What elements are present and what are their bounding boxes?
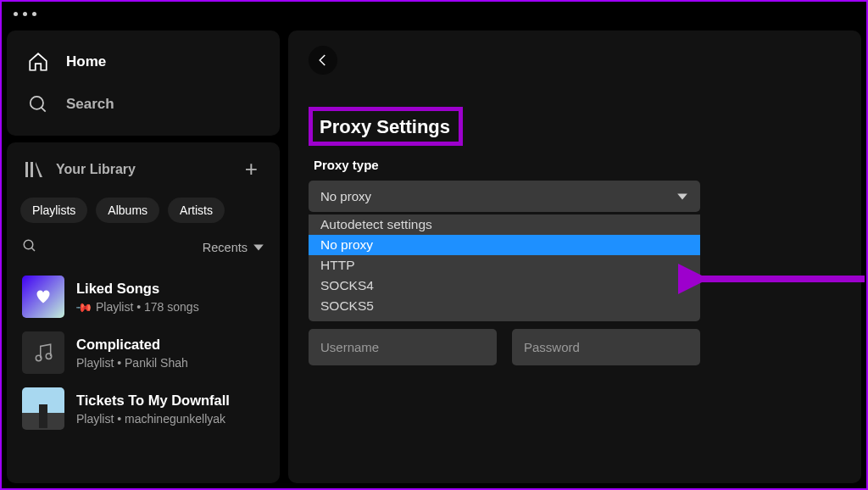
svg-point-0 [31, 97, 43, 109]
search-icon [22, 238, 37, 253]
annotation-arrow [678, 264, 868, 298]
list-item[interactable]: Liked Songs 📌 Playlist • 178 songs [19, 269, 268, 325]
search-icon [27, 93, 49, 115]
proxy-option-socks5[interactable]: SOCKS5 [309, 296, 700, 316]
caret-down-icon [253, 242, 264, 253]
library-sort-label: Recents [203, 241, 248, 254]
list-item-title: Liked Songs [76, 281, 199, 297]
window-titlebar [0, 0, 868, 25]
list-item-subtitle: Playlist • 178 songs [96, 300, 199, 314]
library-header[interactable]: Your Library [24, 159, 136, 180]
liked-songs-art [22, 276, 64, 318]
chip-albums[interactable]: Albums [96, 198, 159, 223]
annotation-highlight: Proxy Settings [309, 107, 463, 146]
library-filter-chips: Playlists Albums Artists [19, 191, 268, 230]
chevron-down-icon [676, 191, 688, 203]
nav-search[interactable]: Search [20, 83, 266, 125]
add-button[interactable]: + [245, 156, 263, 182]
library-list: Liked Songs 📌 Playlist • 178 songs Compl… [19, 269, 268, 437]
window-menu-icon[interactable] [14, 12, 36, 16]
playlist-art [22, 331, 64, 374]
list-item[interactable]: Tickets To My Downfall Playlist • machin… [19, 381, 268, 437]
proxy-option-http[interactable]: HTTP [309, 255, 700, 276]
svg-line-5 [31, 248, 35, 251]
nav-panel: Home Search [7, 31, 280, 136]
list-item-title: Complicated [76, 337, 188, 353]
library-sort-button[interactable]: Recents [203, 241, 264, 254]
svg-point-7 [46, 354, 52, 359]
chevron-left-icon [315, 53, 331, 68]
proxy-option-noproxy[interactable]: No proxy [309, 235, 700, 255]
nav-home-label: Home [66, 53, 106, 70]
home-icon [27, 51, 49, 73]
back-button[interactable] [309, 46, 337, 75]
list-item-title: Tickets To My Downfall [76, 393, 230, 409]
main-content: Proxy Settings Proxy type No proxy Autod… [288, 31, 861, 483]
list-item[interactable]: Complicated Playlist • Pankil Shah [19, 325, 268, 381]
svg-rect-3 [31, 162, 33, 177]
chip-artists[interactable]: Artists [168, 198, 225, 223]
library-title: Your Library [56, 162, 136, 177]
library-icon [24, 159, 44, 180]
svg-rect-2 [25, 162, 28, 177]
svg-point-4 [24, 240, 33, 249]
proxy-type-label: Proxy type [314, 158, 841, 172]
list-item-subtitle: Playlist • Pankil Shah [76, 356, 188, 370]
music-note-icon [32, 342, 54, 364]
svg-line-1 [42, 108, 46, 112]
heart-icon [35, 288, 52, 305]
proxy-type-select[interactable]: No proxy [309, 181, 700, 212]
proxy-option-socks4[interactable]: SOCKS4 [309, 276, 700, 296]
list-item-subtitle: Playlist • machinegunkellyak [76, 412, 230, 426]
chip-playlists[interactable]: Playlists [20, 198, 87, 223]
proxy-type-dropdown: Autodetect settings No proxy HTTP SOCKS4… [309, 214, 700, 321]
proxy-type-value: No proxy [320, 189, 371, 203]
nav-search-label: Search [66, 96, 114, 113]
password-field[interactable] [512, 329, 700, 365]
album-art [22, 387, 64, 430]
pin-icon: 📌 [76, 300, 93, 314]
library-panel: Your Library + Playlists Albums Artists … [7, 142, 280, 483]
username-field[interactable] [309, 329, 497, 365]
settings-heading: Proxy Settings [320, 116, 450, 138]
nav-home[interactable]: Home [20, 41, 266, 83]
library-search-button[interactable] [22, 238, 37, 257]
proxy-option-autodetect[interactable]: Autodetect settings [309, 214, 700, 235]
